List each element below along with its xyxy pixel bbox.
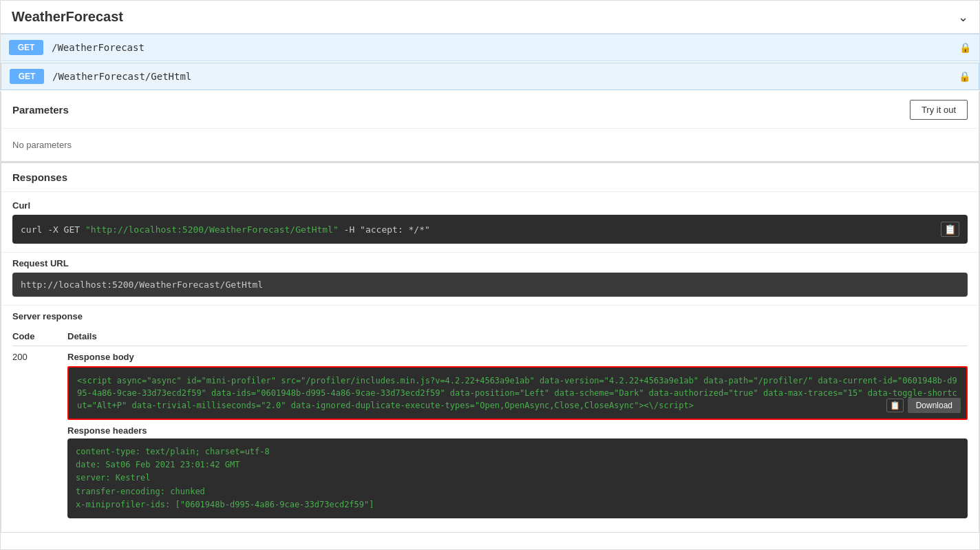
- parameters-section: Parameters Try it out No parameters: [1, 92, 979, 162]
- endpoint-path-2: /WeatherForecast/GetHtml: [52, 71, 959, 82]
- no-parameters-text: No parameters: [1, 129, 979, 161]
- response-body-label: Response body: [67, 352, 968, 362]
- responses-section: Responses Curl curl -X GET "http://local…: [1, 162, 979, 533]
- lock-icon-2: 🔒: [959, 71, 970, 82]
- request-url-value: http://localhost:5200/WeatherForecast/Ge…: [21, 279, 263, 290]
- curl-box: curl -X GET "http://localhost:5200/Weath…: [12, 215, 968, 244]
- page-title: WeatherForecast: [12, 9, 123, 25]
- curl-label: Curl: [12, 200, 968, 211]
- lock-icon-1: 🔒: [959, 42, 971, 53]
- response-body-content: <script async="async" id="mini-profiler"…: [77, 374, 958, 412]
- get-badge-2: GET: [10, 69, 44, 84]
- chevron-down-icon: ⌄: [958, 10, 968, 25]
- endpoint-row-1[interactable]: GET /WeatherForecast 🔒: [1, 34, 979, 61]
- responses-header: Responses: [1, 163, 979, 192]
- try-it-out-button[interactable]: Try it out: [910, 100, 968, 120]
- server-response-section: Server response Code Details 200 Respons…: [1, 306, 979, 532]
- response-headers-content: content-type: text/plain; charset=utf-8 …: [76, 445, 959, 511]
- response-body-box: <script async="async" id="mini-profiler"…: [67, 366, 968, 420]
- download-button[interactable]: Download: [908, 398, 961, 413]
- curl-copy-icon[interactable]: 📋: [941, 222, 959, 237]
- request-url-box: http://localhost:5200/WeatherForecast/Ge…: [12, 273, 968, 297]
- response-code: 200: [12, 352, 67, 362]
- response-details: Response body <script async="async" id="…: [67, 352, 968, 518]
- response-headers-label: Response headers: [67, 425, 968, 436]
- table-row: 200 Response body <script async="async" …: [12, 346, 968, 524]
- endpoint-path-1: /WeatherForecast: [52, 42, 959, 53]
- details-column-header: Details: [67, 331, 968, 341]
- request-url-section: Request URL http://localhost:5200/Weathe…: [1, 253, 979, 306]
- responses-title: Responses: [12, 171, 67, 183]
- request-url-label: Request URL: [12, 258, 968, 268]
- parameters-title: Parameters: [12, 104, 69, 116]
- code-column-header: Code: [12, 331, 67, 341]
- curl-section: Curl curl -X GET "http://localhost:5200/…: [1, 192, 979, 253]
- response-copy-icon[interactable]: 📋: [886, 399, 904, 412]
- endpoint-row-2[interactable]: GET /WeatherForecast/GetHtml 🔒: [1, 63, 979, 90]
- get-badge-1: GET: [9, 40, 43, 55]
- response-headers-box: content-type: text/plain; charset=utf-8 …: [67, 438, 968, 518]
- weather-forecast-header[interactable]: WeatherForecast ⌄: [1, 1, 979, 34]
- parameters-header: Parameters Try it out: [1, 92, 979, 129]
- response-table-header: Code Details: [12, 327, 968, 346]
- response-body-actions: 📋 Download: [886, 398, 961, 413]
- curl-command: curl -X GET "http://localhost:5200/Weath…: [21, 224, 430, 235]
- server-response-label: Server response: [12, 311, 968, 321]
